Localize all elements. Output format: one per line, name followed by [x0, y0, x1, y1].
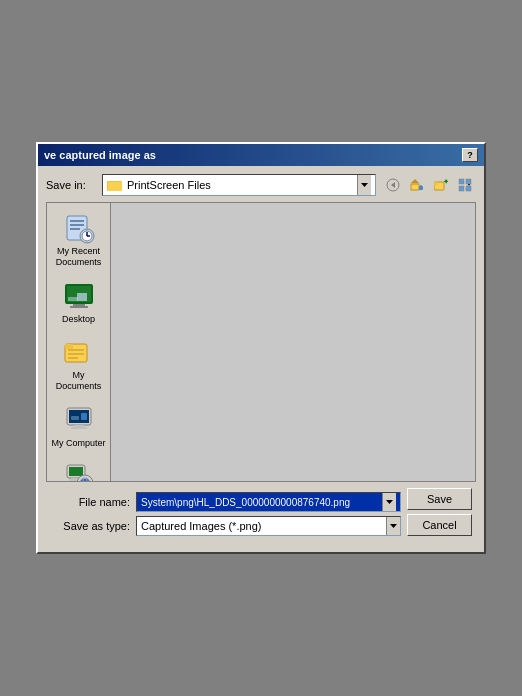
- network-icon: [63, 461, 95, 482]
- dialog-title: ve captured image as: [44, 149, 156, 161]
- desktop-label: Desktop: [62, 314, 95, 325]
- save-as-label: Save as type:: [50, 520, 130, 532]
- svg-rect-13: [459, 179, 464, 184]
- create-folder-button[interactable]: ✦: [430, 174, 452, 196]
- sidebar-item-computer[interactable]: My Computer: [49, 399, 109, 454]
- main-area: My Recent Documents Deskt: [46, 202, 476, 482]
- computer-label: My Computer: [52, 438, 106, 449]
- up-folder-button[interactable]: [406, 174, 428, 196]
- back-button[interactable]: [382, 174, 404, 196]
- svg-rect-40: [71, 427, 87, 429]
- fields-container: File name: System\png\HL_DDS_00000000008…: [50, 492, 401, 536]
- svg-rect-21: [70, 228, 80, 230]
- sidebar-item-network[interactable]: My Network Places: [49, 456, 109, 482]
- svg-rect-42: [71, 416, 79, 420]
- svg-marker-52: [386, 500, 393, 504]
- cancel-button[interactable]: Cancel: [407, 514, 472, 536]
- svg-rect-19: [70, 220, 84, 222]
- folder-select-dropdown[interactable]: PrintScreen Files: [102, 174, 376, 196]
- svg-marker-17: [468, 184, 470, 186]
- documents-label: My Documents: [52, 370, 106, 392]
- recent-label: My Recent Documents: [52, 246, 106, 268]
- title-bar-controls: ?: [462, 148, 478, 162]
- svg-rect-36: [68, 357, 78, 359]
- desktop-icon: [63, 280, 95, 312]
- toolbar-buttons: ✦: [382, 174, 476, 196]
- sidebar-item-documents[interactable]: My Documents: [49, 331, 109, 397]
- svg-rect-31: [68, 297, 78, 301]
- sidebar: My Recent Documents Deskt: [46, 202, 111, 482]
- views-button[interactable]: [454, 174, 476, 196]
- svg-marker-3: [361, 183, 368, 187]
- svg-rect-41: [81, 413, 87, 420]
- sidebar-item-desktop[interactable]: Desktop: [49, 275, 109, 330]
- svg-rect-2: [108, 182, 122, 191]
- filetype-dropdown-arrow[interactable]: [386, 517, 400, 535]
- computer-icon: [63, 404, 95, 436]
- svg-marker-7: [411, 179, 419, 183]
- bottom-section: File name: System\png\HL_DDS_00000000008…: [46, 488, 476, 544]
- help-button[interactable]: ?: [462, 148, 478, 162]
- svg-rect-16: [466, 186, 471, 191]
- sidebar-item-recent[interactable]: My Recent Documents: [49, 207, 109, 273]
- file-name-input[interactable]: System\png\HL_DDS_0000000000876740.png: [136, 492, 401, 512]
- svg-rect-35: [68, 353, 84, 355]
- save-type-row: Save as type: Captured Images (*.png): [50, 516, 401, 536]
- save-dialog: ve captured image as ? Save in: PrintScr…: [36, 142, 486, 554]
- svg-rect-6: [411, 184, 419, 190]
- svg-rect-34: [68, 349, 84, 351]
- save-in-label: Save in:: [46, 179, 96, 191]
- save-in-row: Save in: PrintScreen Files: [46, 174, 476, 196]
- svg-rect-8: [419, 186, 423, 190]
- folder-dropdown-arrow[interactable]: [357, 175, 371, 195]
- svg-rect-30: [77, 293, 87, 301]
- dialog-body: Save in: PrintScreen Files: [38, 166, 484, 552]
- filename-dropdown-arrow[interactable]: [382, 493, 396, 511]
- svg-rect-20: [70, 224, 84, 226]
- file-name-label: File name:: [50, 496, 130, 508]
- svg-rect-33: [65, 344, 73, 349]
- file-name-value: System\png\HL_DDS_0000000000876740.png: [141, 497, 350, 508]
- svg-rect-11: [434, 182, 438, 185]
- file-area[interactable]: [111, 202, 476, 482]
- svg-rect-14: [466, 179, 471, 184]
- svg-rect-15: [459, 186, 464, 191]
- action-buttons: Save Cancel: [407, 488, 472, 536]
- file-type-value: Captured Images (*.png): [141, 520, 386, 532]
- save-button[interactable]: Save: [407, 488, 472, 510]
- svg-rect-44: [69, 467, 83, 476]
- file-type-select[interactable]: Captured Images (*.png): [136, 516, 401, 536]
- svg-marker-9: [420, 185, 423, 186]
- svg-text:✦: ✦: [443, 178, 448, 185]
- svg-rect-29: [70, 306, 88, 308]
- recent-icon: [63, 212, 95, 244]
- svg-marker-53: [390, 524, 397, 528]
- folder-icon: [107, 177, 123, 193]
- current-folder: PrintScreen Files: [127, 179, 353, 191]
- file-name-row: File name: System\png\HL_DDS_00000000008…: [50, 492, 401, 512]
- title-bar: ve captured image as ?: [38, 144, 484, 166]
- documents-icon: [63, 336, 95, 368]
